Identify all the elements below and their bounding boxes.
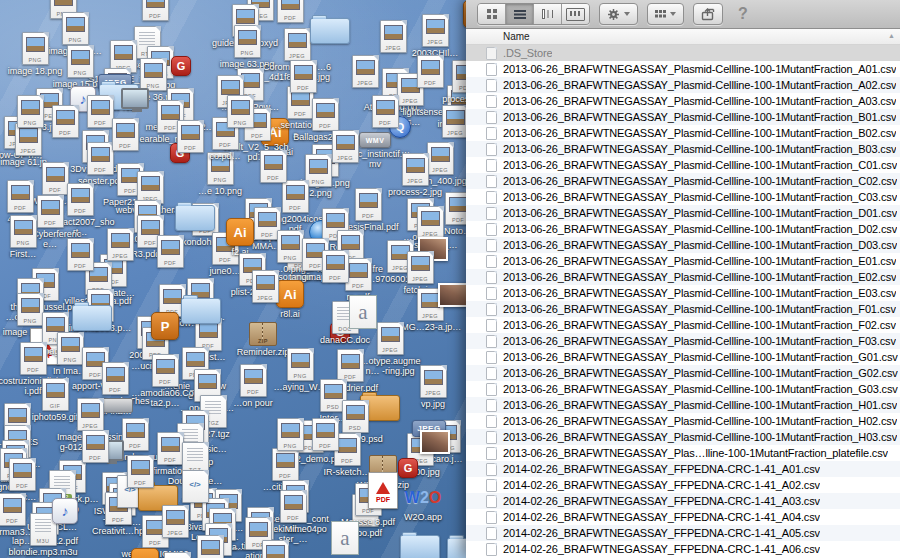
file-row[interactable]: 2013-06-26_BRAFWTNEGASSAY_Plasmid-Cellli…: [466, 189, 900, 205]
desktop-icon[interactable]: JPEG: [140, 505, 210, 538]
desktop-icon[interactable]: P: [442, 0, 468, 28]
file-row[interactable]: 2013-06-26_BRAFWTNEGASSAY_Plasmid-Cellli…: [466, 109, 900, 125]
desktop-icon[interactable]: PDF: [395, 55, 465, 88]
file-row[interactable]: 2013-06-26_BRAFWTNEGASSAY_Plasmid-Cellli…: [466, 125, 900, 141]
file-row[interactable]: 2013-06-26_BRAFWTNEGASSAY_Plasmid-Cellli…: [466, 205, 900, 221]
file-row[interactable]: 2013-06-26_BRAFWTNEGASSAY_Plasmid-Cellli…: [466, 173, 900, 189]
file-row[interactable]: 2013-06-26_BRAFWTNEGASSAY_Plasmid-Cellli…: [466, 157, 900, 173]
desktop-icon[interactable]: PDF: [238, 150, 308, 183]
desktop-icon[interactable]: a: [328, 295, 398, 329]
desktop-icon[interactable]: ♪: [30, 498, 100, 524]
file-name: 2013-06-26_BRAFWTNEGASSAY_Plasmid-Cellli…: [503, 223, 897, 235]
file-row[interactable]: 2014-02-26_BRAFWTNEGASSAY_FFPEDNA-CRC-1-…: [466, 493, 900, 509]
file-row[interactable]: 2014-02-26_BRAFWTNEGASSAY_FFPEDNA-CRC-1-…: [466, 541, 900, 557]
desktop-icon[interactable]: JPEG: [420, 105, 468, 138]
file-name: 2013-06-26_BRAFWTNEGASSAY_Plasmid-Cellli…: [503, 95, 896, 107]
file-icon: [486, 127, 497, 140]
desktop-icon[interactable]: PNG: [0, 95, 65, 128]
pdf-file-icon: PDF: [322, 250, 349, 283]
column-view-button[interactable]: [534, 4, 562, 24]
file-row[interactable]: 2013-06-26_BRAFWTNEGASSAY_Plasmid-Cellli…: [466, 61, 900, 77]
file-row[interactable]: 2013-06-26_BRAFWTNEGASSAY_Plasmid-Cellli…: [466, 317, 900, 333]
file-row[interactable]: 2013-06-26_BRAFWTNEGASSAY_Plasmid-Cellli…: [466, 429, 900, 445]
file-row[interactable]: 2013-06-26_BRAFWTNEGASSAY_Plasmid-Cellli…: [466, 253, 900, 269]
desktop-icon[interactable]: [432, 538, 468, 558]
desktop-icon[interactable]: PDF: [268, 60, 338, 93]
file-row[interactable]: 2013-06-26_BRAFWTNEGASSAY_Plasmid-Cellli…: [466, 413, 900, 429]
file-row[interactable]: 2013-06-26_BRAFWTNEGASSAY_Plasmid-Cellli…: [466, 77, 900, 93]
file-row[interactable]: 2014-02-26_BRAFWTNEGASSAY_FFPEDNA-CRC-1-…: [466, 477, 900, 493]
desktop-icon[interactable]: PDF: [120, 0, 190, 21]
file-row[interactable]: 2013-06-26_BRAFWTNEGASSAY_Plasmid-Cellli…: [466, 397, 900, 413]
desktop-icon[interactable]: JPEG: [230, 270, 300, 303]
desktop-icon[interactable]: [400, 430, 468, 454]
file-name: 2013-06-26_BRAFWTNEGASSAY_Plasmid-Cellli…: [503, 207, 897, 219]
desktop-icon[interactable]: PDF: [105, 455, 175, 488]
file-row[interactable]: 2014-02-26_BRAFWTNEGASSAY_FFPEDNA-CRC-1-…: [466, 525, 900, 541]
file-icon: [486, 95, 497, 108]
desktop-icon[interactable]: JPEG: [330, 55, 400, 88]
pdf-file-icon: PDF: [260, 150, 287, 183]
file-row[interactable]: 2013-06-26_BRAFWTNEGASSAY_Plasmid-Cellli…: [466, 221, 900, 237]
file-icon: [486, 351, 497, 364]
coverflow-view-button[interactable]: [562, 4, 589, 24]
file-list[interactable]: .DS_Store2013-06-26_BRAFWTNEGASSAY_Plasm…: [466, 45, 900, 558]
desktop-icon[interactable]: [166, 298, 236, 324]
png-file-icon: PNG: [197, 535, 224, 558]
file-row[interactable]: 2013-06-26_BRAFWTNEGASSAY_Plasmid-Cellli…: [466, 381, 900, 397]
list-header[interactable]: Name ▲: [466, 29, 900, 45]
desktop-icon[interactable]: G: [373, 458, 443, 478]
gb-file-icon: G: [398, 458, 418, 478]
fol-file-icon: [310, 18, 350, 44]
desktop-icon[interactable]: PNG: [175, 535, 245, 558]
file-row[interactable]: 2014-02-26_BRAFWTNEGASSAY_FFPEDNA-CRC-1-…: [466, 461, 900, 477]
jpg-file-icon: JPEG: [420, 365, 447, 398]
desktop-icon[interactable]: [418, 283, 468, 307]
file-row[interactable]: 2013-06-26_BRAFWTNEGASSAY_Plas…lline-100…: [466, 445, 900, 461]
png-file-icon: PNG: [10, 215, 37, 248]
adoc-file-icon: a: [349, 295, 377, 329]
file-row[interactable]: 2013-06-26_BRAFWTNEGASSAY_Plasmid-Cellli…: [466, 349, 900, 365]
name-column-header[interactable]: Name: [503, 31, 530, 42]
help-icon[interactable]: ?: [738, 5, 748, 23]
file-row[interactable]: .DS_Store: [466, 45, 900, 61]
desktop-icon[interactable]: PDF: [240, 540, 310, 558]
file-row[interactable]: 2013-06-26_BRAFWTNEGASSAY_Plasmid-Cellli…: [466, 269, 900, 285]
desktop-icon[interactable]: [57, 305, 127, 331]
icon-view-button[interactable]: [478, 4, 506, 24]
file-row[interactable]: 2013-06-26_BRAFWTNEGASSAY_Plasmid-Cellli…: [466, 285, 900, 301]
desktop-icon[interactable]: G: [146, 56, 216, 76]
column-view-icon: [542, 9, 554, 19]
file-row[interactable]: 2013-06-26_BRAFWTNEGASSAY_Plasmid-Cellli…: [466, 93, 900, 109]
file-name: 2013-06-26_BRAFWTNEGASSAY_Plasmid-Cellli…: [503, 191, 897, 203]
share-button[interactable]: [693, 3, 723, 25]
desktop-icon[interactable]: JPEG: [358, 20, 428, 53]
desktop[interactable]: PNGPDFJPEGPDFPNGimage 14.p…PDFguide.15.e…: [0, 0, 468, 558]
desktop-icon[interactable]: PDF: [300, 250, 370, 283]
file-name: 2014-02-26_BRAFWTNEGASSAY_FFPEDNA-CRC-1-…: [503, 527, 820, 539]
file-row[interactable]: 2013-06-26_BRAFWTNEGASSAY_Plasmid-Cellli…: [466, 141, 900, 157]
desktop-icon[interactable]: PDF: [135, 235, 205, 268]
arrange-menu-button[interactable]: [647, 3, 684, 25]
action-menu-button[interactable]: [599, 3, 638, 25]
desktop-icon[interactable]: PDF: [90, 118, 160, 151]
file-icon: [486, 479, 497, 492]
desktop-icon[interactable]: PDF: [350, 95, 420, 128]
file-row[interactable]: 2013-06-26_BRAFWTNEGASSAY_Plasmid-Cellli…: [466, 333, 900, 349]
file-name: 2013-06-26_BRAFWTNEGASSAY_Plasmid-Cellli…: [503, 303, 896, 315]
desktop-icon[interactable]: PDF: [290, 418, 360, 451]
file-row[interactable]: 2013-06-26_BRAFWTNEGASSAY_Plasmid-Cellli…: [466, 237, 900, 253]
list-view-button[interactable]: [506, 4, 534, 24]
file-icon: [486, 159, 497, 172]
file-row[interactable]: 2013-06-26_BRAFWTNEGASSAY_Plasmid-Cellli…: [466, 365, 900, 381]
file-name: 2013-06-26_BRAFWTNEGASSAY_Plasmid-Cellli…: [503, 431, 897, 443]
file-row[interactable]: 2013-06-26_BRAFWTNEGASSAY_Plasmid-Cellli…: [466, 301, 900, 317]
pdf-file-icon: PDF: [312, 98, 339, 131]
desktop-icon[interactable]: JPEG: [310, 130, 380, 163]
desktop-icon[interactable]: a: [310, 521, 380, 555]
file-name: 2014-02-26_BRAFWTNEGASSAY_FFPEDNA-CRC-1-…: [503, 495, 820, 507]
file-row[interactable]: 2014-02-26_BRAFWTNEGASSAY_FFPEDNA-CRC-1-…: [466, 509, 900, 525]
desktop-icon[interactable]: [295, 18, 365, 44]
file-name: 2013-06-26_BRAFWTNEGASSAY_Plasmid-Cellli…: [503, 239, 897, 251]
desktop-icon[interactable]: PNG: [205, 95, 275, 128]
